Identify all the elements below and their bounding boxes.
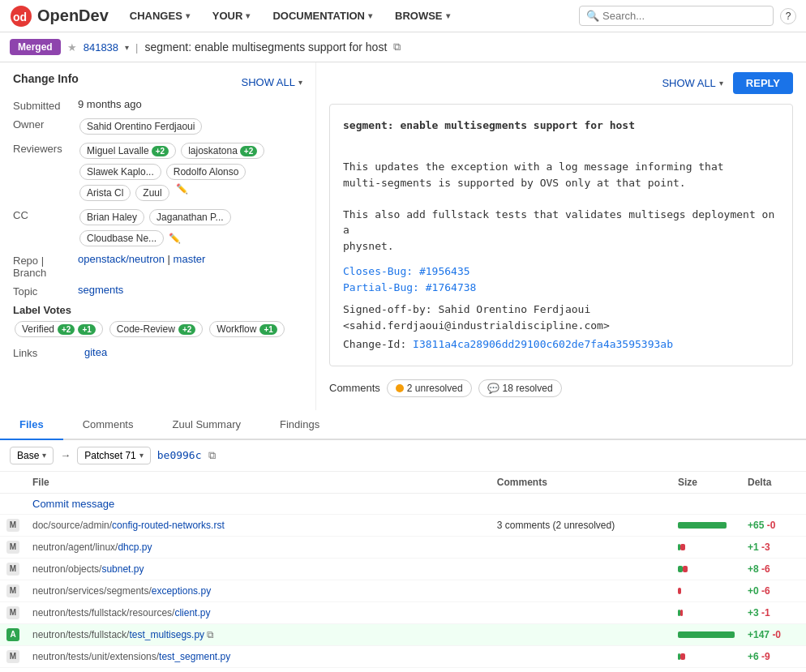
documentation-nav-button[interactable]: DOCUMENTATION ▾ [264, 5, 380, 27]
delta-minus: -3 [761, 541, 770, 553]
file-comments: 3 comments (2 unresolved) [491, 514, 671, 536]
delta-minus: -6 [761, 585, 770, 597]
help-icon[interactable]: ? [780, 8, 796, 24]
resolved-icon: 💬 [487, 383, 499, 394]
review-dropdown-icon[interactable]: ▾ [125, 43, 129, 52]
logo-text: OpenDev [37, 6, 109, 25]
reviewer-lajoskatona[interactable]: lajoskatona +2 [181, 143, 264, 159]
file-link[interactable]: test_segment.py [159, 651, 230, 662]
tab-findings[interactable]: Findings [260, 410, 339, 440]
your-nav-button[interactable]: YOUR ▾ [204, 5, 259, 27]
tab-zuul-summary[interactable]: Zuul Summary [152, 410, 260, 440]
gitea-link[interactable]: gitea [84, 346, 107, 358]
search-input[interactable] [602, 10, 766, 22]
edit-cc-icon[interactable]: ✏️ [169, 233, 181, 244]
delta-plus: +65 [748, 520, 764, 531]
show-all-chevron-icon: ▾ [298, 78, 302, 87]
reviewer-arista[interactable]: Arista Cl [79, 185, 131, 201]
resolved-count: 18 resolved [503, 383, 553, 394]
file-link[interactable]: exceptions.py [152, 585, 211, 597]
documentation-chevron-icon: ▾ [368, 11, 372, 20]
changes-nav-button[interactable]: CHANGES ▾ [122, 5, 198, 27]
patchset-bar: Base ▾ → Patchset 71 ▾ be0996c ⧉ [0, 440, 806, 472]
delta-plus: +3 [748, 607, 759, 618]
owner-tag[interactable]: Sahid Orentino Ferdjaoui [79, 118, 202, 135]
review-number-link[interactable]: 841838 [84, 41, 118, 54]
top-nav: od OpenDev CHANGES ▾ YOUR ▾ DOCUMENTATIO… [0, 0, 806, 32]
file-comments [491, 580, 671, 601]
file-link[interactable]: client.py [174, 607, 210, 618]
file-path: neutron/objects/ [32, 563, 101, 575]
tab-comments[interactable]: Comments [63, 410, 153, 440]
closes-bug-link[interactable]: Closes-Bug: #1956435 [343, 265, 470, 277]
reviewer-miguel[interactable]: Miguel Lavalle +2 [79, 143, 176, 159]
show-all-button[interactable]: SHOW ALL ▾ [242, 76, 302, 88]
base-selector[interactable]: Base ▾ [10, 447, 54, 464]
reviewer-slawek[interactable]: Slawek Kaplo... [79, 164, 161, 180]
cc-label: CC [13, 208, 78, 221]
change-info-title: Change Info [13, 72, 79, 85]
size-bar-red [683, 566, 688, 572]
file-link[interactable]: subnet.py [101, 563, 144, 575]
delta-minus: -9 [761, 651, 770, 662]
copy-title-icon[interactable]: ⧉ [393, 41, 401, 54]
unresolved-badge[interactable]: 2 unresolved [387, 379, 472, 397]
your-chevron-icon: ▾ [246, 11, 250, 20]
resolved-badge[interactable]: 💬 18 resolved [478, 379, 562, 397]
browse-nav-button[interactable]: BROWSE ▾ [387, 5, 458, 27]
commit-message-body: This updates the exception with a log me… [343, 143, 779, 255]
copy-hash-icon[interactable]: ⧉ [208, 449, 216, 462]
cc-cloudbase[interactable]: Cloudbase Ne... [79, 230, 164, 246]
workflow-vote: +1 [259, 324, 277, 335]
unresolved-dot-icon [396, 384, 404, 392]
reviewer-rodolfo[interactable]: Rodolfo Alonso [166, 164, 247, 180]
file-link[interactable]: test_multisegs.py [129, 629, 204, 640]
table-row: M neutron/agent/linux/dhcp.py +1 -3 [0, 536, 806, 558]
file-badge-m: M [6, 584, 19, 597]
right-panel: SHOW ALL ▾ REPLY segment: enable multise… [316, 62, 806, 410]
show-all-button-right[interactable]: SHOW ALL ▾ [662, 77, 722, 89]
patchset-selector[interactable]: Patchset 71 ▾ [77, 447, 150, 464]
tab-files[interactable]: Files [0, 410, 63, 440]
comments-summary-row: Comments 2 unresolved 💬 18 resolved [329, 376, 793, 400]
reviewers-row: Reviewers Miguel Lavalle +2 lajoskatona … [13, 141, 302, 203]
links-section: Links gitea [13, 345, 302, 359]
branch-link[interactable]: master [174, 253, 206, 265]
delta-plus: +1 [748, 541, 759, 553]
commit-message-link[interactable]: Commit message [32, 498, 114, 510]
cc-jaganathan[interactable]: Jaganathan P... [149, 209, 231, 225]
star-icon[interactable]: ★ [67, 41, 77, 54]
cc-brian[interactable]: Brian Haley [79, 209, 144, 225]
table-row: A releasenotes/notes/multisegs-support-f… [0, 667, 806, 672]
file-link[interactable]: config-routed-networks.rst [112, 520, 225, 531]
file-link[interactable]: dhcp.py [118, 541, 152, 553]
copy-filename-icon[interactable]: ⧉ [207, 629, 214, 640]
logo-area[interactable]: od OpenDev [10, 5, 109, 28]
delta-plus: +8 [748, 563, 759, 575]
reviewer-zuul[interactable]: Zuul [135, 185, 169, 201]
table-row: M neutron/objects/subnet.py +8 -6 [0, 558, 806, 580]
comments-label: Comments [329, 382, 380, 394]
file-path: neutron/tests/unit/extensions/ [32, 651, 159, 662]
cc-row: CC Brian Haley Jaganathan P... Cloudbase… [13, 208, 302, 248]
repo-branch-label: Repo | Branch [13, 253, 78, 279]
links-label: Links [13, 345, 78, 359]
table-row: A neutron/tests/fullstack/test_multisegs… [0, 623, 806, 645]
topic-link[interactable]: segments [78, 284, 123, 296]
reviewers-label: Reviewers [13, 141, 78, 155]
repo-link[interactable]: openstack/neutron [78, 253, 165, 265]
col-delta: Delta [741, 472, 806, 494]
change-id-link[interactable]: I3811a4ca28906dd29100c602de7fa4a3595393a… [413, 338, 673, 350]
file-comments [491, 536, 671, 558]
edit-reviewers-icon[interactable]: ✏️ [176, 183, 188, 203]
size-bar-red [680, 653, 685, 660]
patchset-hash[interactable]: be0996c [157, 449, 202, 461]
partial-bug-link[interactable]: Partial-Bug: #1764738 [343, 281, 476, 293]
show-all-right-chevron-icon: ▾ [719, 79, 723, 88]
change-id-line: Change-Id: I3811a4ca28906dd29100c602de7f… [343, 336, 779, 353]
reply-button[interactable]: REPLY [733, 72, 793, 94]
top-actions: SHOW ALL ▾ REPLY [329, 72, 793, 94]
topic-value: segments [78, 284, 302, 296]
submitted-row: Submitted 9 months ago [13, 98, 302, 112]
search-bar[interactable]: 🔍 [579, 6, 774, 26]
